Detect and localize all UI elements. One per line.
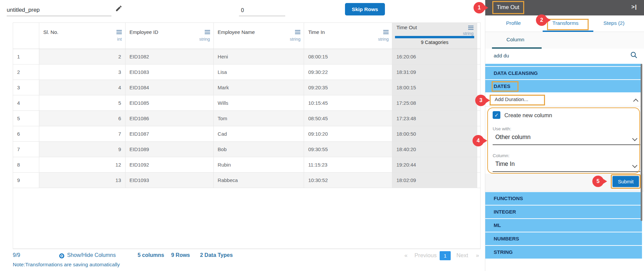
employee-name-cell[interactable]: Bob — [214, 142, 304, 157]
collapse-right-icon[interactable]: >| — [631, 4, 637, 10]
prep-name-input[interactable] — [7, 4, 111, 16]
chevron-down-icon[interactable] — [633, 163, 637, 169]
menu-icon[interactable] — [116, 30, 122, 36]
time-out-cell[interactable]: 18:00:50 — [392, 126, 477, 142]
submit-button[interactable]: Submit — [612, 176, 639, 187]
employee-name-cell[interactable]: Rabbeca — [214, 173, 304, 188]
show-hide-columns-link[interactable]: Show/Hide Columns — [67, 252, 116, 258]
table-row[interactable]: 7 9 EID1089 Bob 09:30:55 18:40:20 — [13, 142, 480, 157]
employee-name-cell[interactable]: Mark — [214, 80, 304, 95]
category-string[interactable]: STRING — [485, 246, 642, 259]
time-out-cell[interactable]: 17:25:08 — [392, 95, 477, 111]
category-data-cleansing[interactable]: DATA CLEANSING — [485, 67, 642, 79]
employee-id-cell[interactable]: EID1084 — [126, 80, 214, 95]
summary-rows[interactable]: 9 Rows — [171, 252, 190, 258]
table-row[interactable]: 2 3 EID1083 Lisa 09:30:22 18:31:09 — [13, 64, 480, 80]
pagination-previous[interactable]: Previous — [414, 252, 437, 259]
header-employee-id[interactable]: Employee ID string — [126, 23, 214, 49]
time-out-cell[interactable]: 16:20:06 — [392, 49, 477, 64]
edit-pencil-icon[interactable] — [115, 5, 122, 13]
tab-transforms[interactable]: Transforms — [552, 20, 579, 26]
slno-cell[interactable]: 13 — [39, 173, 126, 188]
time-out-cell[interactable]: 18:31:09 — [392, 64, 477, 80]
time-in-cell[interactable]: 09:20:35 — [304, 80, 392, 95]
transform-search-input[interactable] — [494, 50, 625, 60]
pagination-next[interactable]: Next — [456, 252, 468, 259]
employee-id-cell[interactable]: EID1092 — [126, 157, 214, 173]
chevron-down-icon[interactable] — [633, 136, 637, 142]
slno-cell[interactable]: 7 — [39, 126, 126, 142]
employee-id-cell[interactable]: EID1085 — [126, 95, 214, 111]
time-in-cell[interactable]: 08:00:15 — [304, 49, 392, 64]
time-out-cell[interactable]: 17:23:48 — [392, 111, 477, 126]
employee-id-cell[interactable]: EID1087 — [126, 126, 214, 142]
time-in-cell[interactable]: 09:30:55 — [304, 142, 392, 157]
skip-rows-input[interactable] — [239, 5, 285, 16]
employee-name-cell[interactable]: Wills — [214, 95, 304, 111]
eye-icon[interactable] — [59, 253, 65, 260]
time-out-cell[interactable]: 18:40:20 — [392, 142, 477, 157]
slno-cell[interactable]: 4 — [39, 80, 126, 95]
employee-id-cell[interactable]: EID1082 — [126, 49, 214, 64]
category-ml[interactable]: ML — [485, 219, 642, 232]
slno-cell[interactable]: 9 — [39, 142, 126, 157]
column-select[interactable]: Time In — [495, 161, 515, 168]
time-out-cell[interactable]: 18:00:15 — [392, 80, 477, 95]
table-row[interactable]: 3 4 EID1084 Mark 09:20:35 18:00:15 — [13, 80, 480, 95]
employee-name-cell[interactable]: Heni — [214, 49, 304, 64]
category-dates[interactable]: DATES — [485, 80, 642, 92]
category-numbers[interactable]: NUMBERS — [485, 232, 642, 245]
tab-profile[interactable]: Profile — [506, 20, 521, 26]
employee-id-cell[interactable]: EID1083 — [126, 64, 214, 80]
skip-rows-button[interactable]: Skip Rows — [345, 3, 385, 15]
time-in-cell[interactable]: 08:50:45 — [304, 111, 392, 126]
time-out-cell[interactable]: 18:02:09 — [392, 173, 477, 188]
table-row[interactable]: 1 2 EID1082 Heni 08:00:15 16:20:06 — [13, 49, 480, 64]
category-functions[interactable]: FUNCTIONS — [485, 192, 642, 205]
slno-cell[interactable]: 5 — [39, 95, 126, 111]
tab-steps[interactable]: Steps (2) — [603, 20, 625, 26]
slno-cell[interactable]: 3 — [39, 64, 126, 80]
table-row[interactable]: 9 13 EID1093 Rabbeca 10:30:52 18:02:09 — [13, 173, 480, 188]
pagination-current-page[interactable]: 1 — [440, 251, 451, 260]
summary-columns[interactable]: 5 columns — [138, 252, 164, 258]
transform-add-duration[interactable]: Add Duration... — [485, 93, 642, 106]
table-row[interactable]: 5 6 EID1086 Tom 08:50:45 17:23:48 — [13, 111, 480, 126]
header-slno[interactable]: Sl. No. int — [39, 23, 126, 49]
summary-data-types[interactable]: 2 Data Types — [200, 252, 233, 258]
sidebar-scrollbar[interactable] — [641, 64, 642, 221]
employee-name-cell[interactable]: Rubin — [214, 157, 304, 173]
search-icon[interactable] — [630, 51, 637, 60]
chevron-up-icon[interactable] — [634, 98, 638, 104]
slno-cell[interactable]: 12 — [39, 157, 126, 173]
employee-name-cell[interactable]: Cad — [214, 126, 304, 142]
employee-name-cell[interactable]: Tom — [214, 111, 304, 126]
slno-cell[interactable]: 2 — [39, 49, 126, 64]
employee-name-cell[interactable]: Lisa — [214, 64, 304, 80]
employee-id-cell[interactable]: EID1089 — [126, 142, 214, 157]
header-employee-name[interactable]: Employee Name string — [214, 23, 304, 49]
header-time-in[interactable]: Time In string — [304, 23, 392, 49]
create-new-column-checkbox[interactable]: ✓ — [493, 111, 500, 119]
time-in-cell[interactable]: 09:30:22 — [304, 64, 392, 80]
menu-icon[interactable] — [295, 30, 300, 36]
category-integer[interactable]: INTEGER — [485, 206, 642, 218]
menu-icon[interactable] — [383, 30, 389, 36]
employee-id-cell[interactable]: EID1093 — [126, 173, 214, 188]
time-in-cell[interactable]: 09:10:20 — [304, 126, 392, 142]
pagination-first[interactable]: « — [404, 252, 407, 259]
use-with-select[interactable]: Other column — [495, 134, 531, 141]
time-in-cell[interactable]: 10:30:52 — [304, 173, 392, 188]
header-time-out-selected[interactable]: Time Out string 9 Catagories — [392, 23, 477, 49]
menu-icon[interactable] — [205, 30, 210, 36]
menu-icon[interactable] — [468, 25, 474, 31]
table-row[interactable]: 8 12 EID1092 Rubin 11:15:23 19:20:44 — [13, 157, 480, 173]
time-in-cell[interactable]: 11:15:23 — [304, 157, 392, 173]
table-row[interactable]: 6 7 EID1087 Cad 09:10:20 18:00:50 — [13, 126, 480, 142]
slno-cell[interactable]: 6 — [39, 111, 126, 126]
subtab-column[interactable]: Column — [506, 37, 524, 43]
employee-id-cell[interactable]: EID1086 — [126, 111, 214, 126]
table-row[interactable]: 4 5 EID1085 Wills 10:15:45 17:25:08 — [13, 95, 480, 111]
pagination-last[interactable]: » — [476, 252, 479, 259]
time-out-cell[interactable]: 19:20:44 — [392, 157, 477, 173]
